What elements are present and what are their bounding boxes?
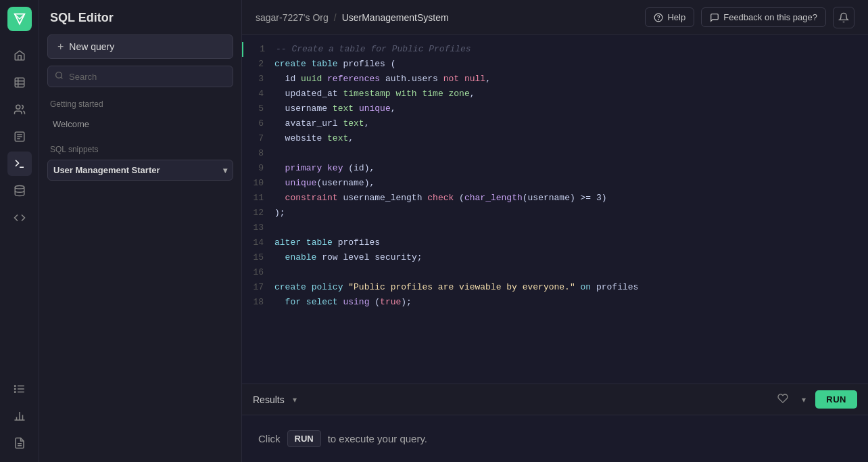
code-content-2: create table profiles ( <box>274 57 868 72</box>
code-content-10: unique(username), <box>274 176 868 191</box>
code-content-11: constraint username_length check (char_l… <box>274 191 868 206</box>
code-content-15: enable row level security; <box>274 250 868 265</box>
code-line-5: 5 username text unique, <box>242 101 868 116</box>
results-content: Click RUN to execute your query. <box>242 415 868 462</box>
sidebar-icon-table[interactable] <box>7 70 32 95</box>
results-dropdown-button[interactable]: ▾ <box>290 394 299 406</box>
svg-point-16 <box>14 392 16 393</box>
search-icon <box>55 71 64 82</box>
code-line-6: 6 avatar_url text, <box>242 116 868 131</box>
sidebar-icon-logs[interactable] <box>7 124 32 149</box>
results-bar: Results ▾ ▾ RUN <box>242 384 868 415</box>
code-line-10: 10 unique(username), <box>242 176 868 191</box>
top-bar-actions: Help Feedback on this page? <box>645 7 854 28</box>
code-line-12: 12 ); <box>242 206 868 221</box>
line-num-10: 10 <box>242 176 274 191</box>
line-num-4: 4 <box>242 87 274 101</box>
code-content-8 <box>274 146 868 161</box>
chevron-down-icon: ▾ <box>223 166 227 175</box>
line-num-2: 2 <box>242 57 274 72</box>
panel-sidebar: SQL Editor + New query Getting started W… <box>39 0 242 462</box>
main-content: sagar-7227's Org / UserManagementSystem … <box>242 0 868 462</box>
sidebar-nav-welcome[interactable]: Welcome <box>47 114 233 134</box>
code-line-11: 11 constraint username_length check (cha… <box>242 191 868 206</box>
click-text: Click <box>258 433 281 444</box>
code-line-16: 16 <box>242 265 868 280</box>
line-num-7: 7 <box>242 131 274 146</box>
code-content-7: website text, <box>274 131 868 146</box>
notification-button[interactable] <box>833 7 854 28</box>
help-button[interactable]: Help <box>645 7 694 27</box>
line-num-15: 15 <box>242 250 274 265</box>
code-content-3: id uuid references auth.users not null, <box>274 72 868 87</box>
breadcrumb: sagar-7227's Org / UserManagementSystem <box>256 12 449 23</box>
more-options-button[interactable]: ▾ <box>798 392 810 407</box>
sidebar-icon-docs[interactable] <box>7 431 32 455</box>
app-logo[interactable] <box>7 7 32 31</box>
feedback-label: Feedback on this page? <box>723 12 817 22</box>
run-inline-button[interactable]: RUN <box>287 430 321 447</box>
top-bar: sagar-7227's Org / UserManagementSystem … <box>242 0 868 35</box>
icon-sidebar <box>0 0 39 462</box>
sidebar-icon-home[interactable] <box>7 43 32 68</box>
heart-button[interactable] <box>773 390 792 409</box>
line-num-8: 8 <box>242 146 274 161</box>
sidebar-icon-database[interactable] <box>7 179 32 203</box>
sql-snippets-label: SQL snippets <box>50 145 233 154</box>
svg-point-4 <box>16 105 20 109</box>
new-query-button[interactable]: + New query <box>47 34 233 59</box>
svg-point-10 <box>15 186 24 189</box>
welcome-label: Welcome <box>53 119 89 129</box>
run-button[interactable]: RUN <box>815 390 857 409</box>
code-content-16 <box>274 265 868 280</box>
search-box <box>47 66 233 87</box>
line-num-11: 11 <box>242 191 274 206</box>
line-num-17: 17 <box>242 280 274 295</box>
code-editor[interactable]: 1 -- Create a table for Public Profiles … <box>242 35 868 384</box>
snippet-item-user-management[interactable]: User Management Starter ▾ <box>47 160 233 181</box>
line-num-12: 12 <box>242 206 274 221</box>
code-line-17: 17 create policy "Public profiles are vi… <box>242 280 868 295</box>
code-line-18: 18 for select using (true); <box>242 295 868 310</box>
help-label: Help <box>667 12 685 22</box>
code-content-18: for select using (true); <box>274 295 868 310</box>
breadcrumb-sep: / <box>334 12 337 23</box>
code-content-4: updated_at timestamp with time zone, <box>274 87 868 101</box>
results-label: Results <box>253 394 285 405</box>
sidebar-icon-chart[interactable] <box>7 404 32 428</box>
sidebar-icon-list[interactable] <box>7 377 32 401</box>
svg-point-14 <box>14 386 16 387</box>
sidebar-icon-api[interactable] <box>7 206 32 230</box>
editor-area: 1 -- Create a table for Public Profiles … <box>242 35 868 462</box>
code-line-4: 4 updated_at timestamp with time zone, <box>242 87 868 101</box>
code-line-14: 14 alter table profiles <box>242 235 868 250</box>
code-content-17: create policy "Public profiles are viewa… <box>274 280 868 295</box>
line-num-5: 5 <box>242 101 274 116</box>
code-line-9: 9 primary key (id), <box>242 161 868 176</box>
code-content-9: primary key (id), <box>274 161 868 176</box>
code-content-1: -- Create a table for Public Profiles <box>276 42 868 57</box>
code-line-7: 7 website text, <box>242 131 868 146</box>
feedback-button[interactable]: Feedback on this page? <box>701 7 826 27</box>
code-line-1: 1 -- Create a table for Public Profiles <box>242 42 868 57</box>
new-query-label: New query <box>69 41 114 52</box>
getting-started-label: Getting started <box>47 99 233 109</box>
breadcrumb-org: sagar-7227's Org <box>256 12 329 23</box>
svg-line-24 <box>61 77 62 78</box>
code-content-14: alter table profiles <box>274 235 868 250</box>
panel-title: SQL Editor <box>47 11 233 25</box>
svg-point-23 <box>56 72 62 78</box>
line-num-14: 14 <box>242 235 274 250</box>
code-line-3: 3 id uuid references auth.users not null… <box>242 72 868 87</box>
line-num-16: 16 <box>242 265 274 280</box>
search-input[interactable] <box>69 72 226 82</box>
sidebar-icon-sql[interactable] <box>7 152 32 176</box>
code-line-13: 13 <box>242 221 868 235</box>
code-content-13 <box>274 221 868 235</box>
svg-point-15 <box>14 388 16 390</box>
code-content-6: avatar_url text, <box>274 116 868 131</box>
sidebar-icon-users[interactable] <box>7 97 32 122</box>
code-content-5: username text unique, <box>274 101 868 116</box>
execute-text: to execute your query. <box>328 433 427 444</box>
breadcrumb-project: UserManagementSystem <box>342 12 449 23</box>
